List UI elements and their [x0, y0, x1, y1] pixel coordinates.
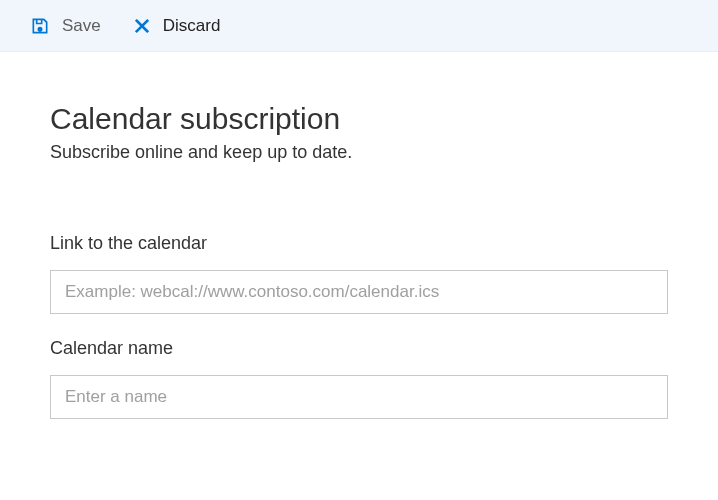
- save-button[interactable]: Save: [30, 16, 101, 36]
- calendar-link-input[interactable]: [50, 270, 668, 314]
- name-field-label: Calendar name: [50, 338, 668, 359]
- save-icon: [30, 16, 50, 36]
- toolbar: Save Discard: [0, 0, 718, 52]
- save-button-label: Save: [62, 16, 101, 36]
- main-content: Calendar subscription Subscribe online a…: [0, 52, 718, 419]
- discard-button-label: Discard: [163, 16, 221, 36]
- link-field-group: Link to the calendar: [50, 233, 668, 314]
- page-title: Calendar subscription: [50, 102, 668, 136]
- page-subtitle: Subscribe online and keep up to date.: [50, 142, 668, 163]
- discard-button[interactable]: Discard: [133, 16, 221, 36]
- close-icon: [133, 17, 151, 35]
- name-field-group: Calendar name: [50, 338, 668, 419]
- calendar-name-input[interactable]: [50, 375, 668, 419]
- link-field-label: Link to the calendar: [50, 233, 668, 254]
